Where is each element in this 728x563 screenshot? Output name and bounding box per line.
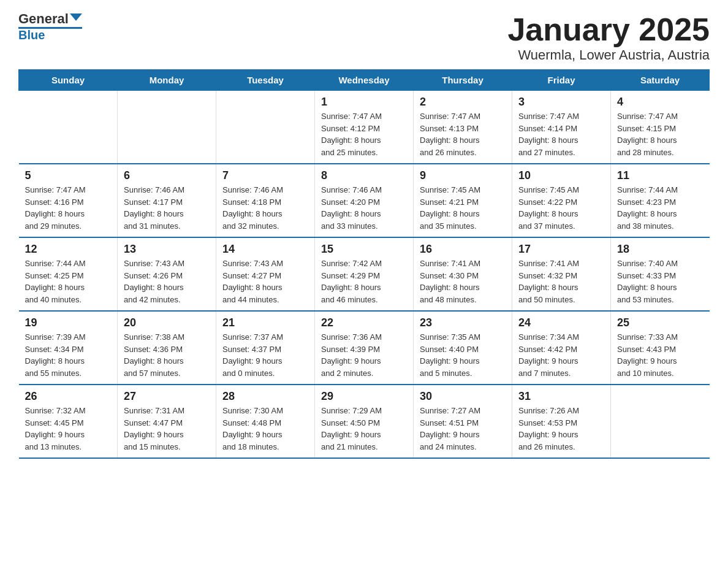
calendar-cell [19, 91, 118, 164]
calendar-cell [611, 385, 710, 458]
calendar-cell: 29Sunrise: 7:29 AM Sunset: 4:50 PM Dayli… [315, 385, 414, 458]
calendar-cell: 6Sunrise: 7:46 AM Sunset: 4:17 PM Daylig… [118, 164, 216, 237]
day-info: Sunrise: 7:36 AM Sunset: 4:39 PM Dayligh… [321, 331, 407, 379]
calendar-cell: 3Sunrise: 7:47 AM Sunset: 4:14 PM Daylig… [512, 91, 611, 164]
calendar-cell: 23Sunrise: 7:35 AM Sunset: 4:40 PM Dayli… [414, 311, 512, 385]
day-info: Sunrise: 7:44 AM Sunset: 4:25 PM Dayligh… [25, 258, 112, 305]
day-info: Sunrise: 7:47 AM Sunset: 4:12 PM Dayligh… [321, 110, 407, 158]
logo-text-general: General [18, 12, 69, 26]
day-info: Sunrise: 7:46 AM Sunset: 4:20 PM Dayligh… [321, 184, 407, 232]
calendar-cell: 27Sunrise: 7:31 AM Sunset: 4:47 PM Dayli… [118, 385, 216, 458]
calendar-cell: 11Sunrise: 7:44 AM Sunset: 4:23 PM Dayli… [611, 164, 710, 237]
logo-text-blue: Blue [18, 29, 45, 41]
day-number: 27 [124, 390, 210, 403]
day-number: 9 [420, 169, 506, 182]
calendar-cell: 24Sunrise: 7:34 AM Sunset: 4:42 PM Dayli… [512, 311, 611, 385]
day-number: 4 [617, 96, 703, 109]
day-info: Sunrise: 7:35 AM Sunset: 4:40 PM Dayligh… [420, 331, 506, 379]
logo: General Blue [18, 12, 82, 41]
calendar-week-3: 12Sunrise: 7:44 AM Sunset: 4:25 PM Dayli… [19, 237, 710, 311]
day-number: 28 [222, 390, 308, 403]
day-number: 12 [25, 243, 112, 256]
day-number: 23 [420, 316, 506, 329]
day-number: 17 [518, 243, 604, 256]
day-info: Sunrise: 7:32 AM Sunset: 4:45 PM Dayligh… [25, 405, 112, 453]
day-info: Sunrise: 7:39 AM Sunset: 4:34 PM Dayligh… [25, 331, 112, 379]
calendar-cell: 25Sunrise: 7:33 AM Sunset: 4:43 PM Dayli… [611, 311, 710, 385]
day-info: Sunrise: 7:29 AM Sunset: 4:50 PM Dayligh… [321, 405, 407, 453]
calendar-cell: 2Sunrise: 7:47 AM Sunset: 4:13 PM Daylig… [414, 91, 512, 164]
day-number: 16 [420, 243, 506, 256]
day-info: Sunrise: 7:31 AM Sunset: 4:47 PM Dayligh… [124, 405, 210, 453]
day-number: 8 [321, 169, 407, 182]
day-info: Sunrise: 7:33 AM Sunset: 4:43 PM Dayligh… [617, 331, 703, 379]
day-info: Sunrise: 7:45 AM Sunset: 4:21 PM Dayligh… [420, 184, 506, 232]
calendar-cell: 5Sunrise: 7:47 AM Sunset: 4:16 PM Daylig… [19, 164, 118, 237]
day-info: Sunrise: 7:42 AM Sunset: 4:29 PM Dayligh… [321, 258, 407, 305]
col-saturday: Saturday [611, 70, 710, 91]
day-info: Sunrise: 7:41 AM Sunset: 4:30 PM Dayligh… [420, 258, 506, 305]
day-number: 11 [617, 169, 703, 182]
day-number: 22 [321, 316, 407, 329]
col-monday: Monday [118, 70, 216, 91]
calendar-cell: 28Sunrise: 7:30 AM Sunset: 4:48 PM Dayli… [216, 385, 315, 458]
day-info: Sunrise: 7:45 AM Sunset: 4:22 PM Dayligh… [518, 184, 604, 232]
calendar-cell: 15Sunrise: 7:42 AM Sunset: 4:29 PM Dayli… [315, 237, 414, 311]
calendar-cell: 19Sunrise: 7:39 AM Sunset: 4:34 PM Dayli… [19, 311, 118, 385]
header-row: Sunday Monday Tuesday Wednesday Thursday… [19, 70, 710, 91]
calendar-cell: 21Sunrise: 7:37 AM Sunset: 4:37 PM Dayli… [216, 311, 315, 385]
day-number: 5 [25, 169, 112, 182]
day-number: 2 [420, 96, 506, 109]
day-number: 1 [321, 96, 407, 109]
day-info: Sunrise: 7:47 AM Sunset: 4:15 PM Dayligh… [617, 110, 703, 158]
day-info: Sunrise: 7:30 AM Sunset: 4:48 PM Dayligh… [222, 405, 308, 453]
calendar-cell: 10Sunrise: 7:45 AM Sunset: 4:22 PM Dayli… [512, 164, 611, 237]
calendar-cell: 14Sunrise: 7:43 AM Sunset: 4:27 PM Dayli… [216, 237, 315, 311]
col-friday: Friday [512, 70, 611, 91]
day-number: 30 [420, 390, 506, 403]
day-number: 26 [25, 390, 112, 403]
day-number: 13 [124, 243, 210, 256]
day-number: 18 [617, 243, 703, 256]
day-number: 20 [124, 316, 210, 329]
day-number: 3 [518, 96, 604, 109]
calendar-week-4: 19Sunrise: 7:39 AM Sunset: 4:34 PM Dayli… [19, 311, 710, 385]
calendar-title: January 2025 [507, 12, 710, 47]
calendar-cell [118, 91, 216, 164]
day-info: Sunrise: 7:47 AM Sunset: 4:13 PM Dayligh… [420, 110, 506, 158]
col-thursday: Thursday [414, 70, 512, 91]
day-number: 10 [518, 169, 604, 182]
day-info: Sunrise: 7:47 AM Sunset: 4:16 PM Dayligh… [25, 184, 112, 232]
calendar-cell: 12Sunrise: 7:44 AM Sunset: 4:25 PM Dayli… [19, 237, 118, 311]
day-info: Sunrise: 7:46 AM Sunset: 4:18 PM Dayligh… [222, 184, 308, 232]
day-number: 24 [518, 316, 604, 329]
logo-triangle-icon [70, 13, 82, 21]
day-info: Sunrise: 7:27 AM Sunset: 4:51 PM Dayligh… [420, 405, 506, 453]
calendar-cell: 18Sunrise: 7:40 AM Sunset: 4:33 PM Dayli… [611, 237, 710, 311]
calendar-table: Sunday Monday Tuesday Wednesday Thursday… [18, 69, 710, 459]
col-wednesday: Wednesday [315, 70, 414, 91]
day-number: 25 [617, 316, 703, 329]
day-info: Sunrise: 7:26 AM Sunset: 4:53 PM Dayligh… [518, 405, 604, 453]
calendar-cell: 17Sunrise: 7:41 AM Sunset: 4:32 PM Dayli… [512, 237, 611, 311]
calendar-cell: 9Sunrise: 7:45 AM Sunset: 4:21 PM Daylig… [414, 164, 512, 237]
day-info: Sunrise: 7:47 AM Sunset: 4:14 PM Dayligh… [518, 110, 604, 158]
day-number: 19 [25, 316, 112, 329]
col-sunday: Sunday [19, 70, 118, 91]
day-info: Sunrise: 7:41 AM Sunset: 4:32 PM Dayligh… [518, 258, 604, 305]
calendar-cell: 7Sunrise: 7:46 AM Sunset: 4:18 PM Daylig… [216, 164, 315, 237]
calendar-header: Sunday Monday Tuesday Wednesday Thursday… [19, 70, 710, 91]
calendar-cell: 13Sunrise: 7:43 AM Sunset: 4:26 PM Dayli… [118, 237, 216, 311]
calendar-body: 1Sunrise: 7:47 AM Sunset: 4:12 PM Daylig… [19, 91, 710, 459]
calendar-cell: 22Sunrise: 7:36 AM Sunset: 4:39 PM Dayli… [315, 311, 414, 385]
day-number: 31 [518, 390, 604, 403]
day-number: 7 [222, 169, 308, 182]
day-number: 29 [321, 390, 407, 403]
day-number: 15 [321, 243, 407, 256]
calendar-cell: 20Sunrise: 7:38 AM Sunset: 4:36 PM Dayli… [118, 311, 216, 385]
calendar-cell: 26Sunrise: 7:32 AM Sunset: 4:45 PM Dayli… [19, 385, 118, 458]
col-tuesday: Tuesday [216, 70, 315, 91]
day-info: Sunrise: 7:43 AM Sunset: 4:26 PM Dayligh… [124, 258, 210, 305]
calendar-cell: 8Sunrise: 7:46 AM Sunset: 4:20 PM Daylig… [315, 164, 414, 237]
calendar-week-2: 5Sunrise: 7:47 AM Sunset: 4:16 PM Daylig… [19, 164, 710, 237]
